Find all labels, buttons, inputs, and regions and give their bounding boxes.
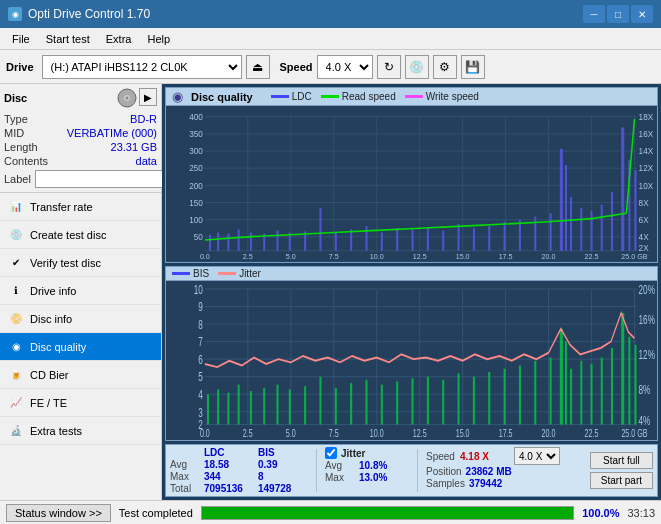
drive-select[interactable]: (H:) ATAPI iHBS112 2 CL0K [42, 55, 242, 79]
start-full-button[interactable]: Start full [590, 452, 653, 469]
svg-text:17.5: 17.5 [499, 427, 513, 439]
nav-transfer-rate[interactable]: 📊 Transfer rate [0, 193, 161, 221]
speed-stat-row: Speed 4.18 X 4.0 X [426, 447, 560, 465]
nav-transfer-rate-label: Transfer rate [30, 201, 93, 213]
start-part-button[interactable]: Start part [590, 472, 653, 489]
eject-button[interactable]: ⏏ [246, 55, 270, 79]
start-buttons-group: Start full Start part [590, 447, 653, 494]
nav-drive-info[interactable]: ℹ Drive info [0, 277, 161, 305]
write-legend-label: Write speed [426, 91, 479, 102]
menu-start-test[interactable]: Start test [38, 31, 98, 47]
svg-text:10.0: 10.0 [370, 427, 384, 439]
menu-help[interactable]: Help [139, 31, 178, 47]
svg-rect-137 [276, 384, 278, 424]
stat-group-jitter: Jitter Avg 10.8% Max 13.0% [325, 447, 409, 494]
stat-header-row: LDC BIS [170, 447, 308, 458]
position-value: 23862 MB [466, 466, 516, 477]
svg-text:10.0: 10.0 [370, 252, 384, 261]
toolbar: Drive (H:) ATAPI iHBS112 2 CL0K ⏏ Speed … [0, 50, 661, 84]
stat-separator-1 [316, 449, 317, 492]
svg-text:6X: 6X [639, 215, 649, 225]
maximize-button[interactable]: □ [607, 5, 629, 23]
svg-rect-73 [519, 220, 521, 251]
settings-button[interactable]: ⚙ [433, 55, 457, 79]
svg-rect-163 [621, 312, 624, 424]
label-field-label: Label [4, 173, 31, 185]
svg-text:22.5: 22.5 [585, 427, 599, 439]
disc-action-button[interactable]: ▶ [139, 88, 157, 106]
status-bar: Status window >> Test completed 100.0% 3… [0, 500, 661, 524]
svg-rect-54 [238, 229, 240, 250]
svg-text:4%: 4% [639, 412, 651, 426]
menu-extra[interactable]: Extra [98, 31, 140, 47]
disc-quality-icon: ◉ [8, 339, 24, 355]
svg-text:300: 300 [189, 146, 203, 156]
speed-label: Speed [280, 61, 313, 73]
refresh-button[interactable]: ↻ [377, 55, 401, 79]
sidebar: Disc ▶ Type BD-R MID [0, 84, 162, 500]
svg-rect-158 [570, 368, 572, 424]
stat-group-labels: LDC BIS Avg 18.58 0.39 Max 344 8 Total [170, 447, 308, 494]
jitter-avg-row: Avg 10.8% [325, 460, 409, 471]
nav-extra-tests[interactable]: 🔬 Extra tests [0, 417, 161, 445]
disc-length-row: Length 23.31 GB [4, 140, 157, 154]
max-ldc-value: 344 [204, 471, 254, 482]
jitter-max-row: Max 13.0% [325, 472, 409, 483]
menu-bar: File Start test Extra Help [0, 28, 661, 50]
position-label: Position [426, 466, 462, 477]
minimize-button[interactable]: ─ [583, 5, 605, 23]
svg-rect-145 [396, 381, 398, 424]
svg-text:25.0 GB: 25.0 GB [621, 252, 647, 261]
svg-point-2 [126, 97, 129, 100]
menu-file[interactable]: File [4, 31, 38, 47]
svg-rect-83 [621, 127, 624, 250]
svg-rect-161 [601, 357, 603, 424]
svg-text:350: 350 [189, 129, 203, 139]
svg-text:8: 8 [198, 316, 203, 330]
nav-disc-quality[interactable]: ◉ Disc quality [0, 333, 161, 361]
svg-rect-162 [611, 347, 613, 424]
svg-text:100: 100 [189, 215, 203, 225]
jitter-checkbox[interactable] [325, 447, 337, 459]
svg-rect-148 [442, 379, 444, 424]
contents-value: data [136, 155, 157, 167]
svg-rect-144 [381, 384, 383, 424]
burn-button[interactable]: 💿 [405, 55, 429, 79]
nav-disc-info[interactable]: 📀 Disc info [0, 305, 161, 333]
speed-select[interactable]: 4.0 X [317, 55, 373, 79]
svg-rect-142 [350, 383, 352, 424]
disc-section-header: Disc ▶ [4, 88, 157, 108]
svg-text:50: 50 [194, 232, 203, 242]
svg-rect-60 [319, 208, 321, 251]
svg-text:16X: 16X [639, 129, 654, 139]
save-button[interactable]: 💾 [461, 55, 485, 79]
svg-rect-55 [250, 233, 252, 251]
svg-text:400: 400 [189, 112, 203, 122]
svg-text:17.5: 17.5 [499, 252, 513, 261]
label-input[interactable] [35, 170, 164, 188]
speed-target-select[interactable]: 4.0 X [514, 447, 560, 465]
speed-stat-value: 4.18 X [460, 451, 510, 462]
bottom-chart-header: BIS Jitter [165, 266, 658, 280]
svg-text:10X: 10X [639, 180, 654, 190]
svg-rect-135 [250, 391, 252, 424]
jitter-max-value: 13.0% [359, 472, 409, 483]
transfer-rate-icon: 📊 [8, 199, 24, 215]
status-window-button[interactable]: Status window >> [6, 504, 111, 522]
svg-text:15.0: 15.0 [456, 427, 470, 439]
nav-verify-test-disc[interactable]: ✔ Verify test disc [0, 249, 161, 277]
svg-text:20.0: 20.0 [542, 427, 556, 439]
svg-rect-147 [427, 376, 429, 424]
nav-cd-bier[interactable]: 🍺 CD Bier [0, 361, 161, 389]
nav-fe-te[interactable]: 📈 FE / TE [0, 389, 161, 417]
svg-rect-71 [488, 226, 490, 251]
avg-bis-value: 0.39 [258, 459, 308, 470]
svg-rect-164 [628, 336, 630, 424]
nav-create-test-disc[interactable]: 💿 Create test disc [0, 221, 161, 249]
disc-mid-row: MID VERBATIMe (000) [4, 126, 157, 140]
extra-tests-icon: 🔬 [8, 423, 24, 439]
svg-rect-51 [209, 235, 211, 251]
svg-text:10: 10 [194, 281, 203, 295]
close-button[interactable]: ✕ [631, 5, 653, 23]
total-stat-row: Total 7095136 149728 [170, 483, 308, 494]
